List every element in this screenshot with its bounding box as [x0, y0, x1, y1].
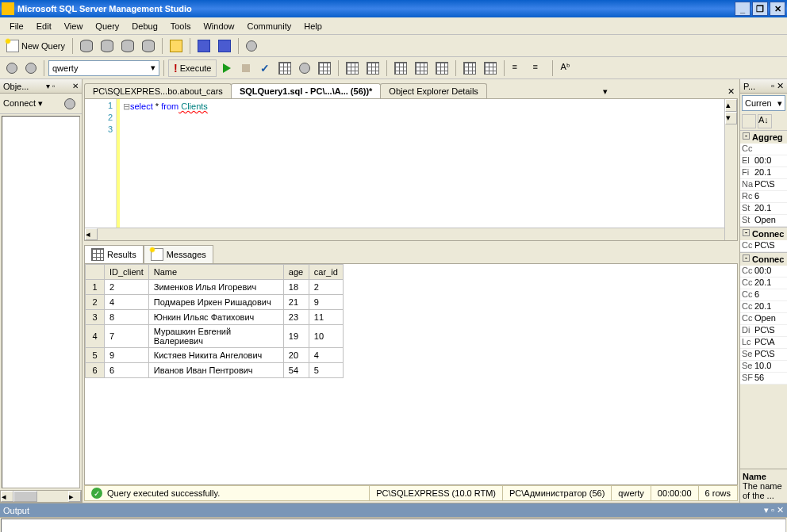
alphabetical-button[interactable]: A↓ — [758, 114, 772, 128]
editor-hscroll[interactable]: ◂▸ — [85, 228, 737, 240]
new-db-engine-button[interactable] — [77, 37, 96, 55]
property-row[interactable]: Cc6 — [740, 289, 787, 301]
save-all-button[interactable] — [215, 37, 234, 55]
close-tab-button[interactable]: ✕ — [724, 85, 738, 98]
column-car-id[interactable]: car_id — [309, 265, 343, 280]
output-body[interactable] — [1, 519, 786, 532]
save-button[interactable] — [194, 37, 213, 55]
estimated-plan-button[interactable] — [275, 59, 294, 77]
specify-values-button[interactable]: Aᵇ — [557, 59, 576, 77]
property-row[interactable]: Rc6 — [740, 191, 787, 203]
sql-editor[interactable]: 1 2 3 ⊟select * from Clients ▴▾ ◂▸ — [84, 98, 738, 241]
object-explorer-tree[interactable] — [2, 116, 80, 488]
menu-query[interactable]: Query — [89, 19, 125, 33]
maximize-button[interactable]: ❐ — [752, 2, 768, 16]
table-row[interactable]: 38Юнкин Ильяс Фатихович2311 — [86, 310, 344, 325]
connect-button[interactable]: Connect ▾ — [3, 98, 43, 109]
table-row[interactable]: 12Зименков Илья Игоревич182 — [86, 280, 344, 295]
property-row[interactable]: SePC\S — [740, 349, 787, 361]
menu-edit[interactable]: Edit — [30, 19, 58, 33]
results-text-icon — [394, 62, 407, 75]
activity-monitor-button[interactable] — [243, 37, 260, 55]
menu-view[interactable]: View — [58, 19, 90, 33]
property-row[interactable]: LcPC\A — [740, 337, 787, 349]
new-query-label: New Query — [21, 41, 65, 51]
property-row[interactable]: Fi20.1 — [740, 167, 787, 179]
property-row[interactable]: StOpen — [740, 215, 787, 227]
property-row[interactable]: CcOpen — [740, 313, 787, 325]
app-icon — [2, 2, 14, 15]
execute-button[interactable]: ! Execute — [168, 59, 217, 77]
disconnect-oe-button[interactable] — [61, 95, 79, 113]
property-row[interactable]: DiPC\S — [740, 325, 787, 337]
column-name[interactable]: Name — [148, 265, 283, 280]
menu-tools[interactable]: Tools — [164, 19, 198, 33]
outdent-button[interactable]: ≡ — [529, 59, 548, 77]
column-id-client[interactable]: ID_client — [105, 265, 149, 280]
results-grid[interactable]: ID_client Name age car_id 12Зименков Иль… — [84, 263, 738, 485]
client-stats-button[interactable] — [363, 59, 382, 77]
menu-debug[interactable]: Debug — [125, 19, 163, 33]
uncomment-button[interactable] — [481, 59, 500, 77]
property-row[interactable]: Cc — [740, 144, 787, 155]
property-row[interactable]: SF56 — [740, 373, 787, 385]
categorized-button[interactable] — [742, 114, 756, 128]
actual-plan-button[interactable] — [343, 59, 362, 77]
connect-toolbar: Connect ▾ — [0, 94, 82, 114]
comment-button[interactable] — [460, 59, 479, 77]
table-row[interactable]: 24Подмарев Иркен Ришадович219 — [86, 295, 344, 310]
tab-about-cars[interactable]: PC\SQLEXPRES...bo.about_cars — [84, 83, 232, 98]
active-files-button[interactable]: ▾ — [600, 85, 611, 98]
category-aggregate[interactable]: -Aggreg — [740, 130, 787, 144]
new-query-button[interactable]: New Query — [3, 37, 68, 55]
intellisense-button[interactable] — [315, 59, 334, 77]
category-connection-details[interactable]: -Connec — [740, 252, 787, 266]
database-selector[interactable]: qwerty ▾ — [48, 60, 159, 76]
tab-sqlquery1[interactable]: SQLQuery1.sql - PC\...\A... (56))* — [231, 83, 381, 98]
menu-community[interactable]: Community — [241, 19, 298, 33]
column-age[interactable]: age — [283, 265, 309, 280]
property-row[interactable]: Cc20.1 — [740, 301, 787, 313]
editor-content[interactable]: ⊟select * from Clients — [120, 99, 737, 228]
tab-messages[interactable]: Messages — [144, 245, 213, 263]
tab-object-explorer-details[interactable]: Object Explorer Details — [380, 83, 487, 98]
property-row[interactable]: Cc20.1 — [740, 277, 787, 289]
table-row[interactable]: 59Кистяев Никита Ангелович204 — [86, 348, 344, 363]
status-rows: 6 rows — [699, 486, 737, 500]
object-explorer-hscroll[interactable]: ◂▸ — [0, 490, 82, 503]
object-explorer-close[interactable]: ✕ — [72, 82, 79, 90]
debug-button[interactable] — [218, 59, 236, 77]
cancel-query-button[interactable] — [237, 59, 255, 77]
properties-object-selector[interactable]: Curren▾ — [742, 95, 785, 111]
new-ce-button[interactable] — [118, 37, 137, 55]
property-row[interactable]: St20.1 — [740, 203, 787, 215]
close-button[interactable]: ✕ — [770, 2, 785, 16]
property-row[interactable]: Cc00:0 — [740, 266, 787, 277]
property-row[interactable]: Se10.0 — [740, 361, 787, 373]
parse-button[interactable]: ✓ — [256, 59, 274, 77]
menu-help[interactable]: Help — [298, 19, 328, 33]
query-options-button[interactable] — [296, 59, 313, 77]
open-file-button[interactable] — [167, 37, 186, 55]
new-as-button[interactable] — [98, 37, 117, 55]
window-title: Microsoft SQL Server Management Studio — [17, 4, 733, 13]
window-titlebar: Microsoft SQL Server Management Studio _… — [0, 0, 787, 17]
results-grid-button[interactable] — [412, 59, 431, 77]
table-row[interactable]: 47Мурашкин Евгений Валериевич1910 — [86, 325, 344, 348]
property-row[interactable]: NaPC\S — [740, 179, 787, 191]
category-connection[interactable]: -Connec — [740, 227, 787, 240]
menu-file[interactable]: File — [3, 19, 30, 33]
property-row[interactable]: CcPC\S — [740, 240, 787, 252]
editor-vscroll[interactable]: ▴▾ — [724, 99, 737, 240]
disconnect-button[interactable] — [22, 59, 40, 77]
results-file-button[interactable] — [432, 59, 451, 77]
minimize-button[interactable]: _ — [735, 2, 751, 16]
tab-results[interactable]: Results — [84, 245, 144, 263]
new-dmx-button[interactable] — [139, 37, 158, 55]
menu-window[interactable]: Window — [197, 19, 240, 33]
results-text-button[interactable] — [391, 59, 410, 77]
property-row[interactable]: El00:0 — [740, 155, 787, 167]
change-connection-button[interactable] — [3, 59, 21, 77]
indent-button[interactable]: ≡ — [509, 59, 528, 77]
table-row[interactable]: 66Иванов Иван Пентрович545 — [86, 363, 344, 378]
